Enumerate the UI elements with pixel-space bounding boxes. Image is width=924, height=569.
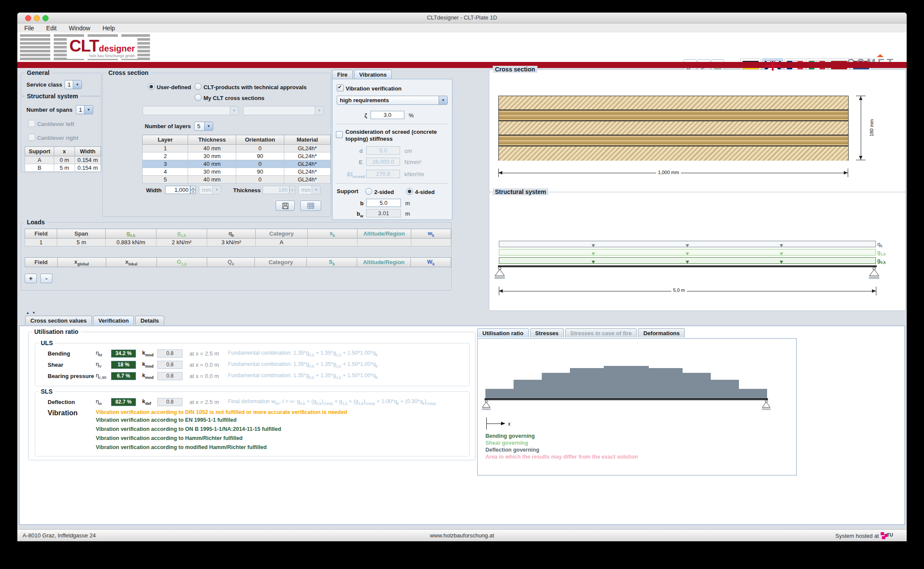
table-cell: 1 [25, 239, 57, 246]
width-stepper[interactable]: ▲▼ [190, 186, 196, 194]
loads-title: Loads [25, 219, 47, 226]
tab-deformations[interactable]: Deformations [638, 328, 685, 337]
table-cell: 5 [143, 176, 188, 184]
cantilever-right-checkbox[interactable]: Cantilever right [28, 134, 78, 142]
timber-layer-2 [499, 110, 848, 121]
k-factor-value[interactable]: 0.8 [157, 349, 182, 358]
tab-details[interactable]: Details [135, 316, 164, 325]
zeta-input[interactable]: 3.0 [371, 111, 404, 119]
column-header: Orientation [236, 135, 284, 145]
menu-item-edit[interactable]: Edit [46, 25, 57, 32]
structural-system-title: Structural system [25, 93, 80, 100]
k-factor-label: kdef [142, 398, 151, 406]
column-header: x [54, 147, 75, 156]
load-arrow-icon [592, 261, 595, 264]
floppy-disk-icon [282, 203, 289, 209]
my-clt-radio[interactable]: My CLT cross sections [195, 94, 264, 102]
table-cell: 40 mm [188, 145, 236, 152]
product-variant-select[interactable]: ▼ [243, 106, 324, 115]
x-axis-arrow-icon [501, 422, 505, 425]
screed-d-input[interactable]: 5.0 [366, 146, 400, 155]
position-text: at x = 2.5 m [189, 399, 219, 405]
tab-verification[interactable]: Verification [93, 316, 134, 325]
remove-load-button[interactable]: - [40, 274, 52, 283]
table-row[interactable]: B5 m0.154 m [25, 164, 101, 172]
number-of-layers-select[interactable]: 5▼ [194, 122, 213, 131]
menu-item-file[interactable]: File [24, 25, 34, 32]
table-cell: B [25, 164, 54, 172]
table-row[interactable]: 15 m0.883 kN/m2 kN/m²3 kN/m²A [25, 239, 451, 246]
layers-table: LayerThicknessOrientationMaterial140 mm0… [142, 135, 331, 184]
thickness-stepper[interactable]: ▲▼ [290, 186, 295, 194]
table-row[interactable]: 340 mm0GL24h* [143, 160, 331, 168]
table-cell [357, 239, 411, 246]
checkbox-icon [28, 120, 35, 127]
add-load-button[interactable]: + [25, 274, 37, 283]
screed-d-label: d [359, 148, 363, 154]
clt-products-radio[interactable]: CLT-products with technical approvals [195, 83, 307, 91]
cross-section-title: Cross section [106, 69, 151, 76]
chevron-down-icon: ▼ [315, 107, 323, 115]
thickness-unit-select[interactable]: mm▼ [298, 185, 321, 194]
table-row[interactable]: 230 mm90GL24h* [143, 152, 331, 160]
table-view-button[interactable] [300, 200, 321, 211]
cantilever-left-checkbox[interactable]: Cantilever left [28, 120, 74, 128]
screed-stiffness-checkbox[interactable]: Consideration of screed (concrete toppin… [336, 129, 444, 142]
table-row[interactable]: 140 mm0GL24h* [143, 145, 331, 152]
screed-ei-input[interactable]: 270.8 [366, 170, 400, 178]
support-right-icon [867, 267, 881, 281]
table-cell: 90 [236, 152, 284, 160]
table-row[interactable]: 430 mm90GL24h* [143, 168, 331, 176]
screed-e-input[interactable]: 26,000.0 [366, 158, 400, 166]
bw-input[interactable]: 3.01 [366, 209, 401, 217]
service-class-select[interactable]: 1▼ [65, 80, 82, 89]
load-arrow-icon [592, 252, 595, 255]
column-header: Qk [207, 258, 255, 267]
table-cell: 0 [236, 176, 284, 184]
support-label: Support [337, 188, 358, 194]
number-of-spans-select[interactable]: 1▼ [76, 105, 93, 114]
tab-vibrations[interactable]: Vibrations [354, 70, 392, 79]
span-dimension-line [499, 291, 876, 291]
column-header: xglobal [57, 258, 106, 267]
support-4sided-radio[interactable]: 4-sided [406, 188, 435, 196]
tab-stresses[interactable]: Stresses [530, 328, 564, 337]
verification-message: Vibration verification according to modi… [96, 444, 281, 453]
menu-item-help[interactable]: Help [102, 25, 115, 32]
profile-step [570, 368, 604, 399]
thickness-input[interactable]: 180 [263, 186, 290, 194]
product-select[interactable]: ▼ [143, 106, 239, 115]
column-header: sk [307, 229, 357, 239]
user-defined-radio[interactable]: User-defined [148, 83, 191, 91]
tab-fire[interactable]: Fire [332, 70, 353, 79]
flag-gb-icon [765, 61, 781, 71]
profile-step [739, 389, 767, 398]
general-panel-title: General [25, 69, 52, 76]
save-cross-section-button[interactable] [276, 200, 295, 211]
menu-item-window[interactable]: Window [69, 25, 91, 32]
table-row[interactable]: 540 mm0GL24h* [143, 176, 331, 184]
table-row[interactable]: A0 m0.154 m [25, 156, 101, 164]
k-factor-value[interactable]: 0.8 [157, 361, 182, 369]
b-input[interactable]: 5.0 [366, 199, 401, 207]
structural-system-view-title: Structural system [493, 188, 548, 195]
splitter-collapse-icon[interactable]: ▲ [26, 311, 29, 315]
profile-step [542, 373, 570, 398]
tab-utilisation-ratio[interactable]: Utilisation ratio [477, 328, 529, 337]
chevron-down-icon: ▼ [439, 96, 447, 104]
eta-symbol: ηw [96, 398, 102, 406]
width-input[interactable]: 1,000 [165, 186, 190, 194]
screed-e-unit: N/mm² [404, 159, 421, 165]
splitter-expand-icon[interactable]: ▼ [32, 311, 36, 315]
thickness-label: Thickness [233, 187, 261, 194]
support-2sided-radio[interactable]: 2-sided [365, 188, 394, 196]
vibration-verification-checkbox[interactable]: Vibration verification [337, 84, 402, 92]
uls-group: ULS BendingηM34.2 %kmod0.8at x = 2.5 mFu… [35, 343, 470, 386]
width-unit-select[interactable]: mm▼ [199, 185, 221, 194]
k-factor-value[interactable]: 0.8 [157, 398, 182, 406]
column-header: g1,k [156, 229, 207, 239]
tab-cross-section-values[interactable]: Cross section values [25, 316, 92, 325]
table-cell: 2 [143, 152, 188, 160]
k-factor-value[interactable]: 0.8 [157, 372, 182, 380]
requirements-select[interactable]: high requirements▼ [337, 96, 448, 105]
